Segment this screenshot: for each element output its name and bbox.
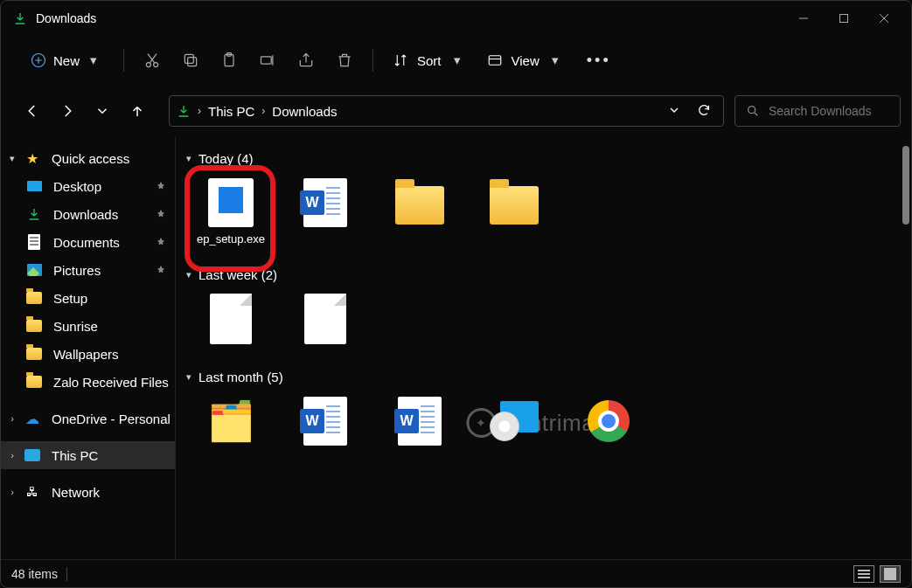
svg-rect-8 bbox=[261, 57, 272, 64]
minimize-button[interactable] bbox=[783, 1, 824, 36]
chevron-down-icon: ▾ bbox=[6, 153, 18, 164]
crumb-downloads[interactable]: Downloads bbox=[265, 104, 344, 119]
address-bar[interactable]: › This PC › Downloads bbox=[169, 95, 724, 127]
folder-icon bbox=[490, 178, 539, 227]
folder-icon bbox=[25, 373, 43, 391]
body: ▾ ★ Quick access Desktop Downloads Docum… bbox=[1, 137, 911, 559]
content-pane[interactable]: ▾ Today (4) ep_setup.exe bbox=[176, 137, 911, 559]
sidebar-item-documents[interactable]: Documents bbox=[1, 228, 175, 256]
chevron-down-icon: ▾ bbox=[454, 52, 461, 68]
recent-dropdown[interactable] bbox=[87, 95, 118, 127]
sidebar-item-sunrise[interactable]: Sunrise bbox=[1, 312, 175, 340]
new-button[interactable]: New ▾ bbox=[20, 47, 108, 73]
group-header-today[interactable]: ▾ Today (4) bbox=[183, 146, 904, 171]
file-item[interactable] bbox=[384, 397, 456, 451]
search-input[interactable] bbox=[769, 104, 889, 118]
pin-icon bbox=[156, 235, 166, 250]
monitor-icon bbox=[24, 446, 41, 464]
file-item[interactable] bbox=[478, 178, 550, 246]
refresh-button[interactable] bbox=[697, 103, 711, 120]
svg-point-2 bbox=[146, 63, 150, 67]
forward-button[interactable] bbox=[52, 95, 83, 127]
copy-button[interactable] bbox=[171, 43, 210, 78]
details-view-toggle[interactable] bbox=[853, 565, 874, 583]
file-item[interactable] bbox=[289, 397, 361, 451]
view-button[interactable]: View ▾ bbox=[477, 47, 569, 73]
downloads-icon bbox=[177, 104, 191, 118]
more-button[interactable]: ••• bbox=[574, 52, 623, 70]
sidebar-item-label: Setup bbox=[53, 291, 87, 306]
close-button[interactable] bbox=[864, 1, 904, 36]
scrollbar-thumb[interactable] bbox=[902, 146, 909, 225]
window-controls bbox=[783, 1, 904, 36]
download-icon bbox=[25, 205, 43, 223]
sort-button[interactable]: Sort ▾ bbox=[382, 47, 471, 73]
sidebar-item-downloads[interactable]: Downloads bbox=[1, 200, 175, 228]
network-icon: 🖧 bbox=[24, 483, 41, 501]
titlebar-left: Downloads bbox=[13, 11, 96, 25]
svg-rect-5 bbox=[184, 54, 193, 63]
paste-button[interactable] bbox=[210, 43, 248, 78]
search-box[interactable] bbox=[734, 95, 901, 127]
chevron-down-icon: ▾ bbox=[186, 269, 191, 280]
rename-button[interactable] bbox=[248, 43, 287, 78]
folder-icon bbox=[25, 345, 43, 363]
desktop-icon bbox=[25, 177, 43, 195]
maximize-button[interactable] bbox=[824, 1, 864, 36]
address-dropdown[interactable] bbox=[667, 103, 681, 120]
file-item[interactable] bbox=[289, 294, 361, 349]
sidebar-item-wallpapers[interactable]: Wallpapers bbox=[1, 340, 175, 368]
file-item[interactable]: ep_setup.exe bbox=[195, 178, 267, 246]
sidebar-item-pictures[interactable]: Pictures bbox=[1, 256, 175, 284]
sidebar-item-setup[interactable]: Setup bbox=[1, 284, 175, 312]
file-name: ep_setup.exe bbox=[197, 232, 265, 246]
sidebar-item-desktop[interactable]: Desktop bbox=[1, 172, 175, 200]
chevron-down-icon: ▾ bbox=[186, 153, 191, 164]
cut-button[interactable] bbox=[133, 43, 171, 78]
group-label: Today (4) bbox=[198, 151, 254, 166]
status-item-count: 48 items bbox=[11, 567, 58, 581]
delete-button[interactable] bbox=[325, 43, 364, 78]
toolbar: New ▾ Sort ▾ View ▾ ••• bbox=[1, 36, 911, 85]
statusbar: 48 items bbox=[1, 559, 911, 587]
group-label: Last week (2) bbox=[198, 267, 277, 282]
file-item[interactable] bbox=[478, 397, 550, 451]
status-divider bbox=[66, 567, 67, 581]
back-button[interactable] bbox=[17, 95, 48, 127]
file-item[interactable] bbox=[384, 178, 456, 246]
scrollbar[interactable] bbox=[902, 146, 909, 550]
crumb-this-pc[interactable]: This PC bbox=[201, 104, 261, 119]
share-button[interactable] bbox=[287, 43, 325, 78]
sidebar-item-label: Wallpapers bbox=[53, 347, 118, 362]
chrome-icon bbox=[584, 397, 633, 446]
file-item[interactable] bbox=[573, 397, 644, 451]
sidebar-item-this-pc[interactable]: › This PC bbox=[1, 441, 175, 469]
sidebar-item-quick-access[interactable]: ▾ ★ Quick access bbox=[1, 144, 175, 172]
file-item[interactable] bbox=[289, 178, 361, 246]
group-header-last-month[interactable]: ▾ Last month (5) bbox=[183, 364, 904, 390]
status-right bbox=[853, 565, 901, 583]
word-icon bbox=[301, 397, 350, 446]
sidebar-item-label: Zalo Received Files bbox=[53, 375, 169, 390]
sidebar-item-zalo[interactable]: Zalo Received Files bbox=[1, 368, 175, 396]
word-icon bbox=[395, 397, 444, 446]
sidebar-item-label: Downloads bbox=[53, 207, 118, 222]
sidebar-item-label: This PC bbox=[52, 448, 98, 463]
file-item[interactable]: 🗂️ bbox=[195, 397, 267, 451]
sidebar-item-network[interactable]: › 🖧 Network bbox=[1, 478, 175, 506]
chevron-down-icon: ▾ bbox=[552, 52, 559, 68]
sidebar: ▾ ★ Quick access Desktop Downloads Docum… bbox=[1, 137, 176, 559]
group-label: Last month (5) bbox=[198, 370, 283, 384]
up-button[interactable] bbox=[122, 95, 153, 127]
word-icon bbox=[301, 178, 350, 227]
group-header-last-week[interactable]: ▾ Last week (2) bbox=[183, 262, 904, 287]
svg-rect-9 bbox=[489, 56, 501, 66]
file-item[interactable] bbox=[195, 294, 267, 349]
toolbar-divider bbox=[123, 49, 124, 72]
disc-icon bbox=[490, 397, 539, 446]
picture-icon bbox=[25, 261, 43, 279]
sidebar-item-onedrive[interactable]: › ☁ OneDrive - Personal bbox=[1, 405, 175, 432]
folder-icon bbox=[25, 289, 43, 307]
icons-view-toggle[interactable] bbox=[880, 565, 901, 583]
svg-point-3 bbox=[154, 63, 158, 67]
